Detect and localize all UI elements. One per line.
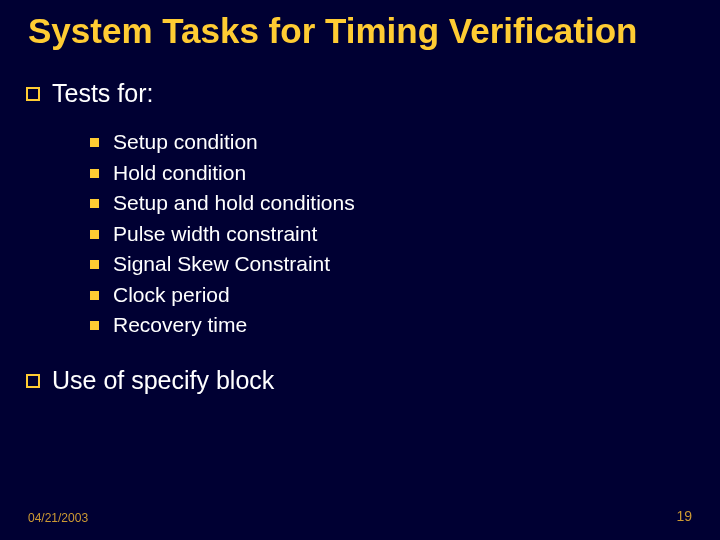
- list-item-label: Setup condition: [113, 130, 258, 153]
- list-item: Setup and hold conditions: [90, 191, 720, 215]
- list-item-label: Signal Skew Constraint: [113, 252, 330, 275]
- slide-content: Tests for: Setup condition Hold conditio…: [0, 51, 720, 395]
- list-item: Signal Skew Constraint: [90, 252, 720, 276]
- footer-page-number: 19: [676, 508, 692, 524]
- list-item: Hold condition: [90, 161, 720, 185]
- square-outline-bullet-icon: [26, 374, 40, 388]
- square-bullet-icon: [90, 169, 99, 178]
- list-item-label: Clock period: [113, 283, 230, 306]
- list-item-label: Recovery time: [113, 313, 247, 336]
- list-item: Clock period: [90, 283, 720, 307]
- square-bullet-icon: [90, 230, 99, 239]
- square-bullet-icon: [90, 138, 99, 147]
- square-bullet-icon: [90, 321, 99, 330]
- square-bullet-icon: [90, 260, 99, 269]
- bullet-label: Tests for:: [52, 79, 153, 107]
- bullet-specify-block: Use of specify block: [26, 366, 720, 395]
- list-item: Setup condition: [90, 130, 720, 154]
- square-outline-bullet-icon: [26, 87, 40, 101]
- list-item-label: Hold condition: [113, 161, 246, 184]
- square-bullet-icon: [90, 291, 99, 300]
- footer-date: 04/21/2003: [28, 511, 88, 525]
- list-item-label: Setup and hold conditions: [113, 191, 355, 214]
- bullet-tests-for: Tests for:: [26, 79, 720, 108]
- slide-title: System Tasks for Timing Verification: [0, 0, 720, 51]
- square-bullet-icon: [90, 199, 99, 208]
- slide-footer: 04/21/2003 19: [28, 508, 692, 526]
- bullet-label: Use of specify block: [52, 366, 274, 394]
- list-item-label: Pulse width constraint: [113, 222, 317, 245]
- sub-bullet-list: Setup condition Hold condition Setup and…: [26, 114, 720, 366]
- list-item: Recovery time: [90, 313, 720, 337]
- list-item: Pulse width constraint: [90, 222, 720, 246]
